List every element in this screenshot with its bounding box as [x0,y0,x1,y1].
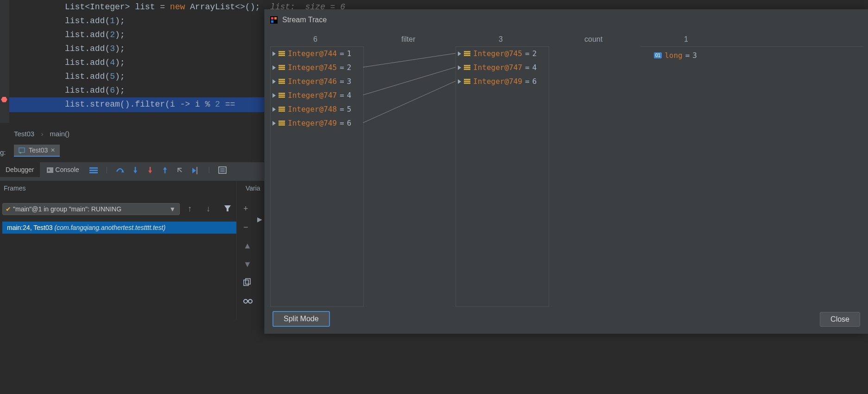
breadcrumb-class[interactable]: Test03 [14,130,34,138]
panel-divider[interactable] [236,181,237,320]
thread-view-icon[interactable] [89,166,98,174]
svg-line-32 [363,81,456,123]
stream-node[interactable]: Integer@749 = 6 [456,75,549,89]
expand-icon[interactable] [272,51,276,56]
expand-icon[interactable] [272,65,276,70]
chevron-down-icon: ▼ [169,203,176,215]
stream-node[interactable]: Integer@747 = 4 [271,89,363,102]
object-icon [464,51,470,57]
breakpoint-icon[interactable]: ⬣ [1,95,7,104]
svg-marker-13 [163,167,167,170]
svg-rect-27 [271,17,273,19]
stream-node[interactable]: Integer@748 = 5 [271,102,363,116]
breadcrumb-method[interactable]: main() [50,130,70,138]
stream-column-filtered: Integer@745 = 2 Integer@747 = 4 Integer@… [456,46,549,307]
stream-column-result [641,46,863,306]
console-icon [47,167,53,173]
stream-flow-lines [363,46,456,139]
frame-package: (com.fangqiang.anothertest.testttt.test) [54,224,165,231]
variables-panel-title: Varia [246,184,260,192]
svg-marker-14 [192,168,196,173]
close-button[interactable]: Close [820,312,860,327]
split-mode-button[interactable]: Split Mode [272,311,330,327]
intellij-icon [270,16,278,24]
dialog-title: Stream Trace [282,16,327,24]
thread-label: "main"@1 in group "main": RUNNING [13,205,121,213]
object-icon [464,65,470,70]
step-into-icon[interactable] [132,166,139,174]
check-icon: ✔ [6,205,11,213]
object-icon [279,121,285,126]
step-over-icon[interactable] [116,166,124,174]
drop-frame-icon[interactable] [176,166,184,174]
prev-frame-icon[interactable]: ↑ [188,204,192,214]
stage-count-after: 1 [684,35,688,44]
stream-column-source: Integer@744 = 1 Integer@745 = 2 Integer@… [270,46,364,307]
tab-console[interactable]: Console [41,162,84,177]
editor-gutter [0,0,9,123]
force-step-into-icon[interactable] [146,166,154,174]
expand-icon[interactable]: ▶ [257,216,262,223]
svg-point-24 [248,299,252,303]
stream-node[interactable]: Integer@746 = 3 [271,75,363,89]
evaluate-icon[interactable] [218,166,227,174]
remove-watch-icon[interactable]: − [243,222,248,232]
svg-line-31 [363,67,456,95]
object-icon [279,51,285,57]
svg-rect-0 [19,148,25,153]
show-watches-icon[interactable] [243,298,253,304]
svg-marker-20 [224,205,231,211]
stream-node[interactable]: Integer@745 = 2 [456,47,549,61]
add-watch-icon[interactable]: + [243,204,248,214]
stage-count-middle: 3 [499,35,503,44]
stream-trace-dialog: Stream Trace 6 filter 3 count 1 Integer@… [264,9,868,334]
svg-point-23 [244,299,247,303]
console-label: Console [55,166,79,173]
expand-icon[interactable] [272,107,276,112]
expand-icon[interactable] [458,51,461,56]
next-frame-icon[interactable]: ↓ [206,204,210,214]
stack-frame[interactable]: main:24, Test03 (com.fangqiang.anotherte… [2,222,236,234]
expand-icon[interactable] [272,121,276,126]
object-icon [464,79,470,84]
svg-rect-4 [89,167,98,169]
svg-line-30 [363,53,456,67]
run-config-tab[interactable]: Test03 ✕ [14,145,60,157]
object-icon [279,79,285,84]
stream-result[interactable]: 01 long = 3 [654,51,697,60]
chevron-right-icon: › [41,130,43,138]
move-down-icon[interactable]: ▼ [243,260,252,269]
svg-marker-9 [133,171,137,173]
primitive-long-icon: 01 [654,52,662,58]
svg-rect-29 [271,20,273,23]
tab-debugger[interactable]: Debugger [0,162,40,177]
duplicate-icon[interactable] [243,278,251,286]
svg-rect-6 [89,172,98,173]
breadcrumb[interactable]: Test03 › main() [14,130,70,138]
expand-icon[interactable] [272,93,276,98]
toolwindow-label: g: [0,148,6,156]
run-icon [19,147,26,153]
step-out-icon[interactable] [161,166,169,174]
stream-node[interactable]: Integer@744 = 1 [271,47,363,61]
run-to-cursor-icon[interactable] [191,166,200,174]
expand-icon[interactable] [458,79,461,84]
expand-icon[interactable] [458,65,461,70]
stream-node[interactable]: Integer@745 = 2 [271,61,363,75]
close-icon[interactable]: ✕ [51,147,55,153]
svg-rect-28 [274,17,277,19]
svg-rect-5 [89,170,98,171]
object-icon [279,65,285,70]
svg-marker-11 [148,171,152,173]
expand-icon[interactable] [272,79,276,84]
stage-count-before: 6 [313,35,317,44]
svg-rect-21 [244,280,248,286]
stage-op-filter: filter [401,35,415,44]
svg-rect-22 [246,279,250,284]
thread-selector[interactable]: ✔"main"@1 in group "main": RUNNING ▼ [2,203,180,215]
move-up-icon[interactable]: ▲ [243,241,252,251]
stream-node[interactable]: Integer@749 = 6 [271,116,363,130]
frame-location: main:24, Test03 [7,224,54,231]
filter-icon[interactable] [223,204,232,212]
stream-node[interactable]: Integer@747 = 4 [456,61,549,75]
